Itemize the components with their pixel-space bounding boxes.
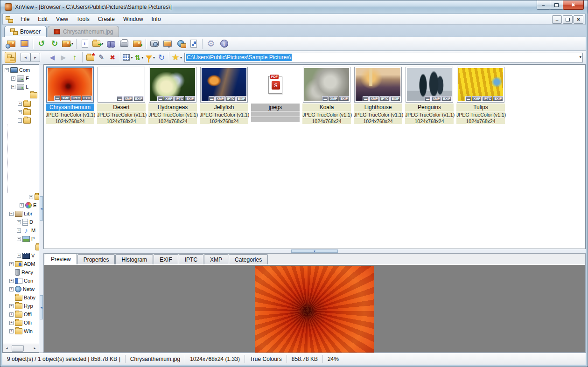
thumbnail-name[interactable]: jpegs [251,104,300,111]
tree-horizontal-scrollbar[interactable]: ◂ ▸ [3,344,39,352]
convert-button[interactable]: ➜▾ [61,38,74,50]
tree-item-network[interactable]: +Netw [3,285,39,293]
preview-image[interactable] [255,266,374,353]
edit-button[interactable]: ✎ [96,52,107,63]
thumbnail-name[interactable]: Penguins [405,104,454,111]
thumbnail-image[interactable]: ▬XMPIPTCEXIF [457,67,504,103]
menu-edit[interactable]: Edit [34,14,52,24]
splitter-collapse-handle[interactable]: ▼ [291,249,338,253]
settings-button[interactable]: ⚙ [204,38,217,50]
rotate-left-button[interactable]: ↺ [35,38,48,50]
thumbnail-name[interactable]: Hydrangeas [148,104,197,111]
delete-button[interactable]: ✖ [107,52,118,63]
tree-item-folder[interactable]: − [3,116,39,125]
thumbnail-jpegs-file[interactable]: PDF S jpegs [251,67,300,123]
expander-plus-icon[interactable]: + [9,279,14,283]
mdi-minimize-button[interactable]: – [552,15,562,24]
favorites-button[interactable]: ★▾ [171,52,182,63]
tree-item-folder-win[interactable]: +Win [3,327,39,335]
move-button[interactable]: ➜ [131,38,144,50]
expander-plus-icon[interactable]: + [9,304,14,308]
tree-item-folder[interactable]: + [3,99,39,108]
menu-window[interactable]: Window [119,14,147,24]
forward-button[interactable]: ▶ [58,52,69,63]
search-button[interactable] [105,38,118,50]
view-mode-button[interactable]: ▾ [122,52,133,63]
thumbnail-image[interactable]: ▬XMPIPTCEXIF [354,67,402,103]
file-thumbnail[interactable]: PDF S [252,67,299,103]
view-image-button[interactable] [5,38,18,50]
tree-item-cd-drive[interactable]: +E [3,201,39,209]
tree-item-folder-hyp[interactable]: +Hyp [3,302,39,310]
tree-item-drive-a[interactable]: +F [3,74,39,83]
expander-plus-icon[interactable]: + [9,287,14,291]
tree-splitter[interactable]: ◄ ◄ [39,64,43,353]
close-button[interactable]: ✖ [563,0,584,10]
thumbnail-name[interactable]: Tulips [456,104,505,111]
capture-button[interactable] [148,38,161,50]
tab-histogram[interactable]: Histogram [115,254,153,264]
expander-minus-icon[interactable]: − [9,212,14,216]
tree-item-folder-office1[interactable]: +Offi [3,310,39,319]
expander-plus-icon[interactable]: + [9,329,14,333]
tree-item-local-disk[interactable]: −L [3,83,39,91]
web-page-button[interactable] [174,38,187,50]
tree-item-folder[interactable] [3,243,39,251]
tree-item-folder[interactable] [3,91,39,99]
menu-info[interactable]: Info [147,14,165,24]
thumbnail-name[interactable]: Chrysanthemum [46,104,94,111]
tree-item-music[interactable]: +♪M [3,226,39,235]
tab-iptc[interactable]: IPTC [179,254,203,264]
expander-plus-icon[interactable]: + [18,110,22,114]
expander-minus-icon[interactable]: − [11,85,15,89]
expander-plus-icon[interactable]: + [17,254,21,258]
tab-properties[interactable]: Properties [77,254,115,264]
thumbnail-chrysanthemum[interactable]: ▬XMPIPTCEXIF Chrysanthemum JPEG TrueColo… [46,67,94,125]
slideshow-button[interactable] [161,38,174,50]
back-button[interactable]: ◀ [47,52,58,63]
thumbnail-penguins[interactable]: ▬XMPEXIF Penguins JPEG TrueColor (v1.1) … [405,67,454,125]
expander-plus-icon[interactable]: + [18,102,22,106]
menu-file[interactable]: File [16,14,34,24]
tab-preview[interactable]: Preview [45,253,77,264]
tree-item-computer[interactable]: −Com [3,66,39,74]
tree-item-user-folder[interactable]: +ADM [3,260,39,268]
tab-browser[interactable]: Browser [4,26,47,37]
thumbnail-desert[interactable]: ▬XMPEXIF Desert JPEG TrueColor (v1.1) 10… [97,67,146,125]
thumbnail-image[interactable]: ▬XMPIPTCEXIF [200,67,248,103]
expander-plus-icon[interactable]: + [20,203,24,208]
expander-plus-icon[interactable]: + [29,195,33,199]
thumbnail-name[interactable]: Desert [97,104,146,111]
filter-dropdown-icon[interactable]: ▾ [153,55,155,60]
thumbnail-image[interactable]: ▬XMPEXIF [303,67,350,103]
thumbnail-panel[interactable]: ▬XMPIPTCEXIF Chrysanthemum JPEG TrueColo… [43,64,586,249]
menu-tools[interactable]: Tools [72,14,94,24]
title-bar[interactable]: XnView - [Browser - C:\Users\Public\Pict… [0,0,588,14]
menu-create[interactable]: Create [94,14,119,24]
tree-item-control-panel[interactable]: +Con [3,277,39,285]
splitter-collapse-handle[interactable]: ◄ [40,295,43,319]
menu-view[interactable]: View [52,14,72,24]
pane-right-button[interactable]: ▸ [30,53,40,62]
tab-exif[interactable]: EXIF [154,254,178,264]
thumbnail-koala[interactable]: ▬XMPEXIF Koala JPEG TrueColor (v1.1) 102… [302,67,351,125]
scrollbar-thumb[interactable] [12,345,24,352]
view-mode-dropdown-icon[interactable]: ▾ [131,55,133,60]
maximize-button[interactable] [550,0,563,10]
thumbnail-image[interactable]: ▬XMPEXIF [406,67,453,103]
tree-item-pictures[interactable]: −P [3,235,39,243]
expander-plus-icon[interactable]: + [17,229,21,233]
thumbnail-jellyfish[interactable]: ▬XMPIPTCEXIF Jellyfish JPEG TrueColor (v… [200,67,248,125]
address-bar[interactable]: C:\Users\Public\Pictures\Sample Pictures… [184,53,583,62]
splitter-collapse-handle[interactable]: ◄ [40,196,43,221]
expander-minus-icon[interactable]: − [18,118,22,123]
mdi-close-button[interactable]: ✖ [574,15,583,24]
thumbnail-lighthouse[interactable]: ▬XMPIPTCEXIF Lighthouse JPEG TrueColor (… [354,67,402,125]
rotate-right-button[interactable]: ↻ [48,38,61,50]
preview-splitter[interactable]: ▼ [43,249,586,253]
thumbnail-image[interactable]: ▬XMPIPTCEXIF [149,67,196,103]
up-button[interactable]: ↑ [69,52,80,63]
thumbnail-hydrangeas[interactable]: ▬XMPIPTCEXIF Hydrangeas JPEG TrueColor (… [148,67,197,125]
thumbnail-image[interactable]: ▬XMPEXIF [98,67,145,103]
sort-button[interactable]: ⇅▾ [133,52,145,63]
